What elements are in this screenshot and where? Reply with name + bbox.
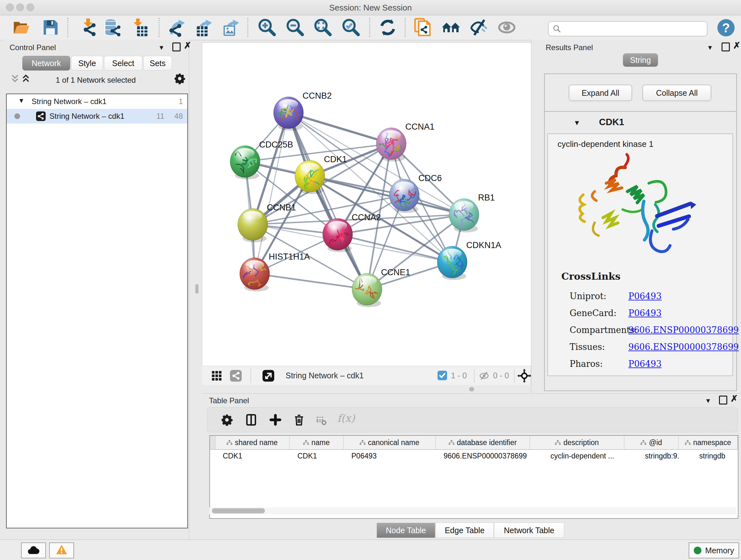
tab-network-table[interactable]: Network Table xyxy=(494,523,564,538)
import-table-icon[interactable] xyxy=(130,18,149,37)
crosslink-value-link[interactable]: P06493 xyxy=(628,291,662,301)
table-horizontal-scrollbar[interactable] xyxy=(209,507,736,514)
edge-CCNB2-HIST1H1A[interactable] xyxy=(255,113,288,273)
table-panel-float-icon[interactable] xyxy=(719,395,727,405)
string-homes-icon[interactable] xyxy=(441,18,461,37)
tab-network[interactable]: Network xyxy=(22,56,70,71)
tab-edge-table[interactable]: Edge Table xyxy=(435,523,494,538)
table-cell[interactable]: P06493 xyxy=(351,452,436,460)
network-canvas[interactable]: CCNB2CCNA1CDC25BCDK1CDC6RB1CCNB1CCNA2CDK… xyxy=(202,43,531,366)
selected-checkbox-icon[interactable] xyxy=(437,371,447,380)
horizontal-splitter-handle[interactable] xyxy=(469,387,474,391)
column-header-name[interactable]: name xyxy=(290,436,344,449)
help-button[interactable]: ? xyxy=(718,19,735,37)
edge-CCNB2-CCNE1[interactable] xyxy=(288,113,367,289)
show-all-icon[interactable] xyxy=(497,18,516,37)
column-header-description[interactable]: description xyxy=(530,436,624,449)
results-panel-close-icon[interactable]: ✗ xyxy=(733,42,740,50)
cloud-status-button[interactable] xyxy=(21,543,46,558)
import-network-icon[interactable] xyxy=(79,18,98,37)
node-CCNB2[interactable]: CCNB2 xyxy=(273,91,332,131)
node-CDKN1A[interactable]: CDKN1A xyxy=(437,240,501,280)
crosshair-icon[interactable] xyxy=(517,369,531,383)
grid-view-icon[interactable] xyxy=(211,370,222,381)
delete-table-icon xyxy=(316,415,327,426)
network-collection-row[interactable]: ▼ String Network – cdk1 1 xyxy=(7,94,187,109)
network-node-count: 11 xyxy=(156,112,164,121)
zoom-fit-icon[interactable] xyxy=(313,18,333,37)
table-panel-menu-icon[interactable]: ▼ xyxy=(705,397,711,405)
tab-style[interactable]: Style xyxy=(71,56,103,71)
add-column-icon[interactable] xyxy=(269,414,282,426)
collapse-triangle-icon[interactable]: ▼ xyxy=(18,97,24,105)
svg-text:CCNA2: CCNA2 xyxy=(352,212,381,222)
open-file-icon[interactable] xyxy=(12,18,31,37)
control-panel-menu-icon[interactable]: ▼ xyxy=(158,44,165,51)
column-header-canonical-name[interactable]: canonical name xyxy=(344,436,436,449)
network-row-label: String Network – cdk1 xyxy=(50,112,125,121)
node-CCNA1[interactable]: CCNA1 xyxy=(376,122,434,162)
memory-button[interactable]: Memory xyxy=(689,543,739,558)
table-cell[interactable]: CDK1 xyxy=(223,452,290,460)
columns-icon[interactable] xyxy=(245,414,258,426)
node-CDK1[interactable]: CDK1 xyxy=(295,154,347,196)
save-session-icon[interactable] xyxy=(41,18,60,37)
entry-collapse-triangle-icon[interactable]: ▼ xyxy=(574,119,581,127)
zoom-out-icon[interactable] xyxy=(286,18,305,37)
control-panel-close-icon[interactable]: ✗ xyxy=(184,42,191,50)
open-view-icon[interactable] xyxy=(262,369,275,382)
column-header-namespace[interactable]: namespace xyxy=(679,436,738,449)
gear-icon[interactable] xyxy=(220,414,233,426)
crosslink-value-link[interactable]: P06493 xyxy=(628,308,662,318)
search-input[interactable] xyxy=(563,22,705,35)
hide-selected-icon[interactable] xyxy=(469,18,488,37)
network-status-dot xyxy=(14,113,20,119)
node-HIST1H1A[interactable]: HIST1H1A xyxy=(240,252,310,292)
edge-HIST1H1A-CCNE1[interactable] xyxy=(255,273,367,289)
tab-select[interactable]: Select xyxy=(104,56,142,71)
node-CCNE1[interactable]: CCNE1 xyxy=(345,267,410,307)
export-image-icon[interactable] xyxy=(221,18,240,37)
table-cell[interactable]: 9606.ENSP00000378699 xyxy=(444,452,530,460)
export-network-icon[interactable] xyxy=(167,18,186,37)
results-panel-menu-icon[interactable]: ▼ xyxy=(707,44,713,51)
toolbar-separator xyxy=(67,18,68,37)
table-cell[interactable]: stringdb:9... xyxy=(645,452,679,460)
network-share-view-icon[interactable] xyxy=(229,369,242,382)
table-cell[interactable]: cyclin-dependent ... xyxy=(550,452,624,460)
control-panel-float-icon[interactable] xyxy=(172,43,181,51)
crosslink-value-link[interactable]: P06493 xyxy=(628,359,662,369)
zoom-selected-icon[interactable] xyxy=(341,18,360,37)
collapse-all-button[interactable]: Collapse All xyxy=(643,84,711,101)
window-titlebar: Session: New Session xyxy=(0,0,741,15)
crosslink-value-link[interactable]: 9606.ENSP00000378699 xyxy=(628,325,739,335)
zoom-in-icon[interactable] xyxy=(258,18,277,37)
tab-string[interactable]: String xyxy=(623,53,658,67)
search-box xyxy=(548,21,708,37)
selected-count: 1 - 0 xyxy=(451,371,467,380)
warning-status-button[interactable] xyxy=(49,543,74,558)
column-header-database-identifier[interactable]: database identifier xyxy=(436,436,530,449)
export-table-icon[interactable] xyxy=(194,18,213,37)
delete-column-icon[interactable] xyxy=(293,414,306,426)
results-panel-float-icon[interactable] xyxy=(722,43,730,51)
table-panel-close-icon[interactable]: ✗ xyxy=(731,395,738,402)
window-title: Session: New Session xyxy=(0,3,741,13)
gear-icon[interactable] xyxy=(174,72,186,86)
string-document-icon[interactable] xyxy=(413,18,432,37)
edge-CCNB2-CCNA1[interactable] xyxy=(288,113,391,144)
scrollbar-thumb[interactable] xyxy=(212,508,265,513)
column-header-shared-name[interactable]: shared name xyxy=(215,436,290,449)
table-cell[interactable]: CDK1 xyxy=(297,452,344,460)
import-database-icon[interactable] xyxy=(104,18,123,37)
left-splitter-handle[interactable] xyxy=(195,284,199,294)
crosslink-value-link[interactable]: 9606.ENSP00000378699 xyxy=(628,342,739,352)
refresh-layout-icon[interactable] xyxy=(378,18,397,37)
tab-node-table[interactable]: Node Table xyxy=(377,523,435,538)
table-cell[interactable]: stringdb xyxy=(699,452,738,460)
column-header--id[interactable]: @id xyxy=(624,436,679,449)
network-row[interactable]: String Network – cdk1 11 48 xyxy=(7,109,187,124)
node-RB1[interactable]: RB1 xyxy=(449,193,495,234)
tab-sets[interactable]: Sets xyxy=(143,56,172,71)
expand-all-button[interactable]: Expand All xyxy=(569,84,632,101)
